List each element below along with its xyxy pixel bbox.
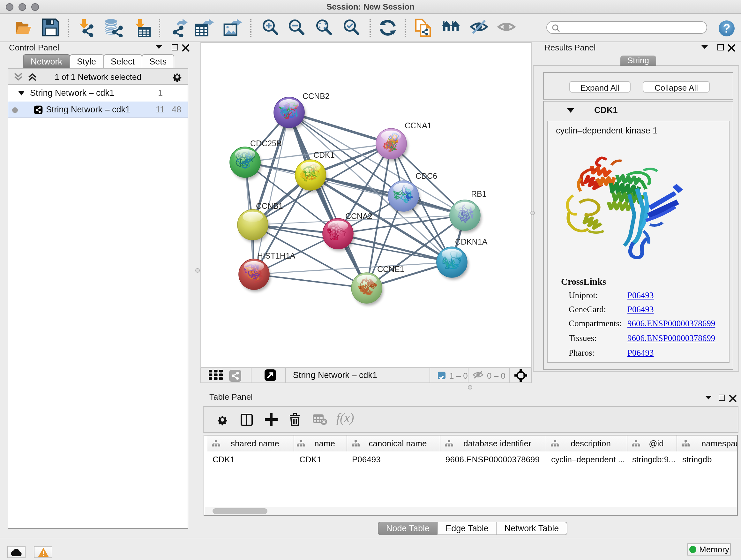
svg-text:CCNB2: CCNB2 [302,91,330,101]
svg-text:CCNA2: CCNA2 [345,212,373,221]
svg-text:CCNB1: CCNB1 [256,201,283,210]
svg-text:CDC25B: CDC25B [250,139,282,148]
svg-text:HIST1H1A: HIST1H1A [257,251,295,260]
svg-text:RB1: RB1 [471,189,487,198]
svg-text:CDK1: CDK1 [313,150,335,159]
svg-text:CCNA1: CCNA1 [405,121,432,130]
svg-text:CDKN1A: CDKN1A [455,237,488,246]
svg-text:CCNE1: CCNE1 [377,265,404,273]
svg-text:CDC6: CDC6 [415,172,437,180]
